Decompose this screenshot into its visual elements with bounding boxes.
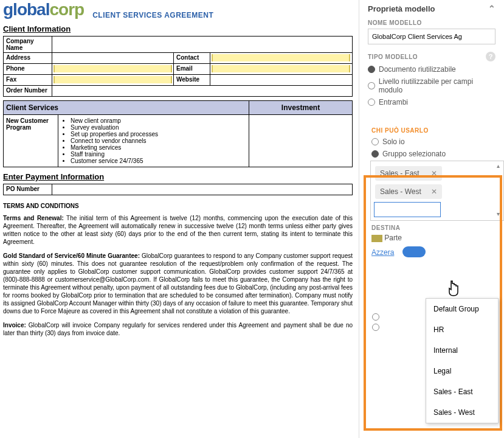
chip-sales-east[interactable]: Sales - East✕ [375, 166, 442, 181]
dropdown-item-hr[interactable]: HR [426, 319, 498, 340]
scroll-down-icon[interactable]: ▾ [494, 210, 502, 219]
scroll-up-icon[interactable]: ▴ [494, 162, 502, 171]
hidden-options-partial [372, 310, 379, 334]
reset-link[interactable]: Azzera [371, 248, 394, 257]
usage-selected-group[interactable]: Gruppo selezionato [371, 150, 504, 158]
type-option-both[interactable]: Entrambi [368, 98, 495, 106]
logo: globalcorp [3, 0, 84, 19]
dropdown-item-internal[interactable]: Internal [426, 340, 498, 361]
payment-heading: Enter Payment Information [3, 172, 353, 181]
dropdown-item-legal[interactable]: Legal [426, 361, 498, 381]
group-dropdown[interactable]: Default Group HR Internal Legal Sales - … [426, 298, 499, 423]
save-toggle[interactable] [402, 246, 426, 257]
terms-title: TERMS AND CONDITIONS [3, 203, 353, 209]
dropdown-item-default[interactable]: Default Group [426, 299, 498, 319]
color-swatch [371, 235, 382, 242]
services-list: New client onrampSurvey evaluationSet up… [61, 117, 246, 164]
client-info-table: Company Name AddressContact PhoneEmail F… [3, 36, 353, 97]
logo-subtitle: CLIENT SERVICES AGREEMENT [92, 11, 213, 19]
panel-title: Proprietà modello [368, 4, 435, 13]
template-name-label: NOME MODELLO [368, 19, 495, 26]
client-services-table: Client ServicesInvestment New Customer P… [3, 100, 353, 167]
terms-para-3: Invoice: GlobalCorp will invoice Company… [3, 321, 353, 337]
client-info-heading: Client Information [3, 24, 353, 33]
type-option-reusable-layer[interactable]: Livello riutilizzabile per campi modulo [368, 77, 495, 94]
usage-only-me[interactable]: Solo io [371, 137, 504, 146]
help-icon[interactable]: ? [486, 52, 495, 61]
destination-label: DESTINA [371, 224, 504, 231]
template-type-label: TIPO MODELLO [368, 54, 418, 60]
chip-remove-icon[interactable]: ✕ [431, 169, 437, 178]
chip-sales-west[interactable]: Sales - West✕ [375, 184, 442, 199]
template-name-input[interactable] [368, 29, 495, 44]
type-option-reusable-doc[interactable]: Documento riutilizzabile [368, 65, 495, 74]
part-label: Parte [384, 234, 402, 242]
document-preview: globalcorp CLIENT SERVICES AGREEMENT Cli… [0, 0, 359, 438]
group-chips-container[interactable]: Sales - East✕ Sales - West✕ ▴ ▾ [370, 161, 504, 221]
terms-para-2: Gold Standard of Service/60 Minute Guara… [3, 252, 353, 315]
group-search-input[interactable] [374, 202, 441, 217]
dropdown-item-sales-west[interactable]: Sales - West [426, 402, 498, 423]
chip-remove-icon[interactable]: ✕ [431, 187, 437, 196]
usage-label: CHI PUÒ USARLO [371, 127, 504, 134]
collapse-icon[interactable]: ⌃ [488, 4, 495, 13]
pointer-cursor-icon [446, 280, 462, 301]
terms-para-1: Terms and Renewal: The initial term of t… [3, 214, 353, 246]
dropdown-item-sales-east[interactable]: Sales - East [426, 381, 498, 402]
